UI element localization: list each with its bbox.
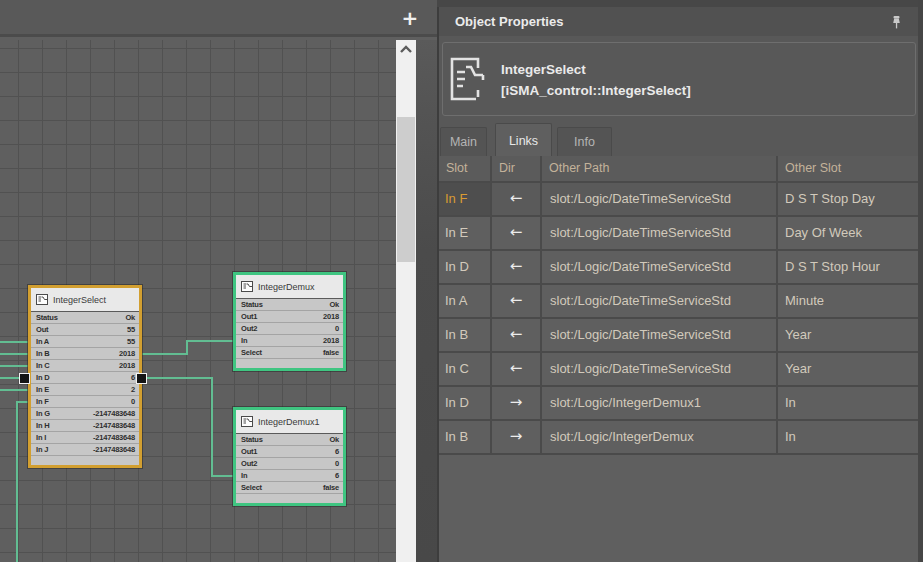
link-row-slot[interactable]: In B <box>439 421 492 455</box>
link-dir-in-arrow[interactable]: ← <box>492 353 542 387</box>
slot-value: Ok <box>329 435 339 444</box>
add-tab-button[interactable]: + <box>399 5 421 31</box>
link-dir-out-arrow[interactable]: → <box>492 387 542 421</box>
panel-title-bar: Object Properties <box>439 7 918 36</box>
column-header-slot[interactable]: Slot <box>439 156 492 183</box>
slot-label: Select <box>241 483 262 492</box>
link-row-other-path[interactable]: slot:/Logic/DateTimeServiceStd <box>542 183 778 217</box>
link-row-other-slot[interactable]: D S T Stop Day <box>778 183 918 217</box>
link-row-slot[interactable]: In B <box>439 319 492 353</box>
slot-label: In H <box>36 421 49 430</box>
link-row-other-slot[interactable]: In <box>778 421 918 455</box>
panel-title: Object Properties <box>455 14 563 29</box>
link-row-other-path[interactable]: slot:/Logic/DateTimeServiceStd <box>542 217 778 251</box>
block-title: IntegerDemux1 <box>236 410 343 434</box>
block-slot-row[interactable]: In6 <box>236 470 343 482</box>
link-row-other-slot[interactable]: Minute <box>778 285 918 319</box>
block-slot-row[interactable]: StatusOk <box>236 299 343 311</box>
block-slot-row[interactable]: Selectfalse <box>236 482 343 494</box>
column-header-other-slot[interactable]: Other Slot <box>778 156 918 183</box>
block-slot-row[interactable]: Out20 <box>236 458 343 470</box>
block-slot-row[interactable]: Out20 <box>236 323 343 335</box>
link-row-slot[interactable]: In F <box>439 183 492 217</box>
function-block-integer-demux[interactable]: IntegerDemuxStatusOkOut12018Out20In2018S… <box>233 272 346 371</box>
block-title-label: IntegerDemux1 <box>258 417 320 427</box>
block-slot-row[interactable]: In F0 <box>31 396 139 408</box>
panel-top-border <box>437 0 923 7</box>
selection-handle-left[interactable] <box>19 373 30 384</box>
link-row-other-path[interactable]: slot:/Logic/DateTimeServiceStd <box>542 251 778 285</box>
link-dir-out-arrow[interactable]: → <box>492 421 542 455</box>
block-slot-row[interactable]: Out55 <box>31 324 139 336</box>
pin-icon[interactable] <box>890 15 903 30</box>
slot-value: 2018 <box>119 361 135 370</box>
block-slot-row[interactable]: In G-2147483648 <box>31 408 139 420</box>
links-table-background: SlotDirOther PathOther SlotIn F←slot:/Lo… <box>439 156 918 562</box>
canvas-vertical-scrollbar[interactable] <box>396 40 416 562</box>
link-row-other-slot[interactable]: D S T Stop Hour <box>778 251 918 285</box>
slot-label: In D <box>36 373 49 382</box>
link-dir-in-arrow[interactable]: ← <box>492 251 542 285</box>
link-row-other-path[interactable]: slot:/Logic/DateTimeServiceStd <box>542 319 778 353</box>
tab-info[interactable]: Info <box>557 127 612 156</box>
panel-splitter[interactable] <box>416 40 437 562</box>
slot-value: Ok <box>125 313 135 322</box>
link-row-other-slot[interactable]: Day Of Week <box>778 217 918 251</box>
link-dir-in-arrow[interactable]: ← <box>492 285 542 319</box>
block-slot-row[interactable]: Out16 <box>236 446 343 458</box>
block-slot-row[interactable]: In E2 <box>31 384 139 396</box>
link-row-other-path[interactable]: slot:/Logic/DateTimeServiceStd <box>542 285 778 319</box>
slot-value: 0 <box>131 397 135 406</box>
tab-links[interactable]: Links <box>495 123 552 156</box>
link-row-slot[interactable]: In A <box>439 285 492 319</box>
link-dir-in-arrow[interactable]: ← <box>492 319 542 353</box>
column-header-other-path[interactable]: Other Path <box>542 156 778 183</box>
link-row-other-path[interactable]: slot:/Logic/DateTimeServiceStd <box>542 353 778 387</box>
link-dir-in-arrow[interactable]: ← <box>492 217 542 251</box>
block-slot-row[interactable]: In J-2147483648 <box>31 444 139 456</box>
object-type: [iSMA_control::IntegerSelect] <box>501 80 691 101</box>
slot-value: 6 <box>131 373 135 382</box>
link-dir-in-arrow[interactable]: ← <box>492 183 542 217</box>
block-slot-row[interactable]: In I-2147483648 <box>31 432 139 444</box>
block-slot-row[interactable]: In2018 <box>236 335 343 347</box>
scroll-up-icon[interactable] <box>398 43 414 57</box>
block-slot-row[interactable]: In C2018 <box>31 360 139 372</box>
block-slot-row[interactable]: In H-2147483648 <box>31 420 139 432</box>
slot-value: 2018 <box>323 312 339 321</box>
slot-label: In I <box>36 433 46 442</box>
block-slot-row[interactable]: StatusOk <box>31 312 139 324</box>
function-block-integer-demux1[interactable]: IntegerDemux1StatusOkOut16Out20In6Select… <box>233 407 346 506</box>
block-slot-row[interactable]: Out12018 <box>236 311 343 323</box>
slot-label: In J <box>36 445 48 454</box>
link-row-slot[interactable]: In C <box>439 353 492 387</box>
link-row-other-slot[interactable]: In <box>778 387 918 421</box>
block-slot-row[interactable]: In D6 <box>31 372 139 384</box>
link-row-other-path[interactable]: slot:/Logic/IntegerDemux <box>542 421 778 455</box>
link-row-other-slot[interactable]: Year <box>778 353 918 387</box>
block-slot-row[interactable]: Selectfalse <box>236 347 343 359</box>
link-row-slot[interactable]: In D <box>439 387 492 421</box>
block-footer <box>236 359 343 368</box>
links-table: SlotDirOther PathOther SlotIn F←slot:/Lo… <box>439 156 918 455</box>
slot-label: Out2 <box>241 324 257 333</box>
link-row-slot[interactable]: In E <box>439 217 492 251</box>
block-footer <box>31 456 139 465</box>
block-slot-row[interactable]: StatusOk <box>236 434 343 446</box>
slot-value: 2018 <box>119 349 135 358</box>
link-row-slot[interactable]: In D <box>439 251 492 285</box>
link-row-other-slot[interactable]: Year <box>778 319 918 353</box>
block-slot-row[interactable]: In B2018 <box>31 348 139 360</box>
function-block-integer-select[interactable]: IntegerSelectStatusOkOut55In A55In B2018… <box>28 285 142 468</box>
slot-label: In G <box>36 409 50 418</box>
slot-label: Out <box>36 325 48 334</box>
slot-label: Status <box>241 435 263 444</box>
block-title-label: IntegerDemux <box>258 282 315 292</box>
column-header-dir[interactable]: Dir <box>492 156 542 183</box>
tab-main[interactable]: Main <box>440 127 487 156</box>
selection-handle-right[interactable] <box>136 373 147 384</box>
scrollbar-thumb[interactable] <box>397 117 415 262</box>
slot-label: In A <box>36 337 49 346</box>
link-row-other-path[interactable]: slot:/Logic/IntegerDemux1 <box>542 387 778 421</box>
block-slot-row[interactable]: In A55 <box>31 336 139 348</box>
